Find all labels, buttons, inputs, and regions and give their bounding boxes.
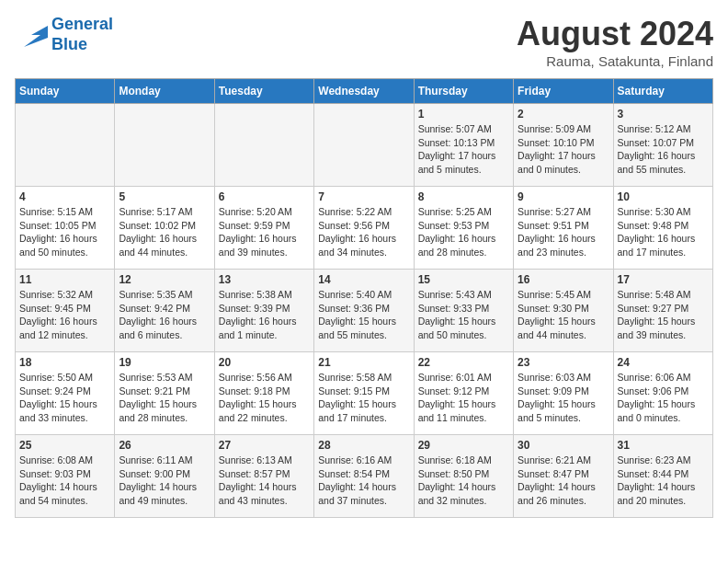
calendar-day-cell: 28Sunrise: 6:16 AMSunset: 8:54 PMDayligh… [314, 435, 414, 518]
day-info: Sunrise: 5:25 AMSunset: 9:53 PMDaylight:… [418, 205, 509, 259]
calendar-day-cell: 5Sunrise: 5:17 AMSunset: 10:02 PMDayligh… [115, 187, 214, 270]
day-info: Sunrise: 6:16 AMSunset: 8:54 PMDaylight:… [318, 454, 409, 508]
day-info: Sunrise: 5:43 AMSunset: 9:33 PMDaylight:… [418, 288, 509, 342]
day-info: Sunrise: 5:58 AMSunset: 9:15 PMDaylight:… [318, 371, 409, 425]
calendar-day-cell [16, 104, 115, 187]
calendar-week-row: 11Sunrise: 5:32 AMSunset: 9:45 PMDayligh… [16, 270, 713, 352]
calendar-week-row: 25Sunrise: 6:08 AMSunset: 9:03 PMDayligh… [16, 435, 713, 518]
calendar-header-row: SundayMondayTuesdayWednesdayThursdayFrid… [16, 79, 713, 104]
calendar-day-cell: 4Sunrise: 5:15 AMSunset: 10:05 PMDayligh… [16, 187, 115, 270]
day-number: 21 [318, 356, 409, 369]
day-number: 1 [418, 108, 509, 121]
calendar-day-cell: 16Sunrise: 5:45 AMSunset: 9:30 PMDayligh… [514, 270, 613, 352]
svg-marker-0 [24, 26, 48, 47]
logo-text: General Blue [51, 15, 113, 54]
calendar-day-cell: 27Sunrise: 6:13 AMSunset: 8:57 PMDayligh… [214, 435, 313, 518]
day-number: 5 [119, 190, 210, 203]
day-number: 17 [618, 273, 709, 286]
calendar-day-cell: 12Sunrise: 5:35 AMSunset: 9:42 PMDayligh… [115, 270, 214, 352]
logo-line1: General [51, 15, 113, 33]
calendar-day-cell: 2Sunrise: 5:09 AMSunset: 10:10 PMDayligh… [514, 104, 613, 187]
calendar-day-cell: 20Sunrise: 5:56 AMSunset: 9:18 PMDayligh… [214, 352, 313, 435]
day-number: 25 [19, 439, 110, 452]
day-number: 30 [518, 439, 609, 452]
calendar-day-cell: 22Sunrise: 6:01 AMSunset: 9:12 PMDayligh… [414, 352, 513, 435]
calendar-day-cell: 31Sunrise: 6:23 AMSunset: 8:44 PMDayligh… [613, 435, 712, 518]
calendar-day-cell: 10Sunrise: 5:30 AMSunset: 9:48 PMDayligh… [613, 187, 712, 270]
calendar-day-cell: 26Sunrise: 6:11 AMSunset: 9:00 PMDayligh… [115, 435, 214, 518]
day-number: 14 [318, 273, 409, 286]
day-info: Sunrise: 5:32 AMSunset: 9:45 PMDaylight:… [19, 288, 110, 342]
calendar-day-cell: 21Sunrise: 5:58 AMSunset: 9:15 PMDayligh… [314, 352, 414, 435]
day-of-week-header: Monday [115, 79, 214, 104]
day-info: Sunrise: 6:11 AMSunset: 9:00 PMDaylight:… [119, 454, 210, 508]
day-info: Sunrise: 5:12 AMSunset: 10:07 PMDaylight… [618, 122, 709, 177]
location: Rauma, Satakunta, Finland [517, 53, 713, 69]
calendar-day-cell: 7Sunrise: 5:22 AMSunset: 9:56 PMDaylight… [314, 187, 414, 270]
calendar-day-cell [115, 104, 214, 187]
day-number: 3 [618, 108, 709, 121]
day-of-week-header: Sunday [16, 79, 115, 104]
day-number: 15 [418, 273, 509, 286]
calendar-day-cell: 30Sunrise: 6:21 AMSunset: 8:47 PMDayligh… [514, 435, 613, 518]
title-block: August 2024 Rauma, Satakunta, Finland [517, 15, 713, 69]
day-info: Sunrise: 5:17 AMSunset: 10:02 PMDaylight… [119, 205, 210, 259]
day-info: Sunrise: 5:45 AMSunset: 9:30 PMDaylight:… [518, 288, 609, 342]
month-year: August 2024 [517, 15, 713, 53]
logo: General Blue [15, 15, 113, 54]
day-info: Sunrise: 5:50 AMSunset: 9:24 PMDaylight:… [19, 371, 110, 425]
calendar-week-row: 4Sunrise: 5:15 AMSunset: 10:05 PMDayligh… [16, 187, 713, 270]
logo-icon [15, 21, 48, 49]
day-info: Sunrise: 6:13 AMSunset: 8:57 PMDaylight:… [219, 454, 310, 508]
calendar-day-cell: 29Sunrise: 6:18 AMSunset: 8:50 PMDayligh… [414, 435, 513, 518]
day-of-week-header: Thursday [414, 79, 513, 104]
calendar-day-cell: 14Sunrise: 5:40 AMSunset: 9:36 PMDayligh… [314, 270, 414, 352]
calendar-day-cell: 23Sunrise: 6:03 AMSunset: 9:09 PMDayligh… [514, 352, 613, 435]
day-info: Sunrise: 6:18 AMSunset: 8:50 PMDaylight:… [418, 454, 509, 508]
day-info: Sunrise: 5:07 AMSunset: 10:13 PMDaylight… [418, 122, 509, 177]
day-info: Sunrise: 5:27 AMSunset: 9:51 PMDaylight:… [518, 205, 609, 259]
day-info: Sunrise: 5:48 AMSunset: 9:27 PMDaylight:… [618, 288, 709, 342]
day-number: 27 [219, 439, 310, 452]
calendar-day-cell: 24Sunrise: 6:06 AMSunset: 9:06 PMDayligh… [613, 352, 712, 435]
day-info: Sunrise: 6:06 AMSunset: 9:06 PMDaylight:… [618, 371, 709, 425]
calendar-day-cell: 9Sunrise: 5:27 AMSunset: 9:51 PMDaylight… [514, 187, 613, 270]
day-number: 24 [618, 356, 709, 369]
day-info: Sunrise: 5:22 AMSunset: 9:56 PMDaylight:… [318, 205, 409, 259]
calendar-day-cell [214, 104, 313, 187]
calendar-day-cell: 17Sunrise: 5:48 AMSunset: 9:27 PMDayligh… [613, 270, 712, 352]
calendar-week-row: 18Sunrise: 5:50 AMSunset: 9:24 PMDayligh… [16, 352, 713, 435]
calendar-day-cell: 19Sunrise: 5:53 AMSunset: 9:21 PMDayligh… [115, 352, 214, 435]
day-number: 6 [219, 190, 310, 203]
day-number: 13 [219, 273, 310, 286]
calendar-day-cell: 25Sunrise: 6:08 AMSunset: 9:03 PMDayligh… [16, 435, 115, 518]
day-number: 28 [318, 439, 409, 452]
day-info: Sunrise: 6:03 AMSunset: 9:09 PMDaylight:… [518, 371, 609, 425]
day-info: Sunrise: 5:35 AMSunset: 9:42 PMDaylight:… [119, 288, 210, 342]
day-info: Sunrise: 5:30 AMSunset: 9:48 PMDaylight:… [618, 205, 709, 259]
day-number: 10 [618, 190, 709, 203]
day-number: 20 [219, 356, 310, 369]
day-number: 7 [318, 190, 409, 203]
calendar-day-cell: 13Sunrise: 5:38 AMSunset: 9:39 PMDayligh… [214, 270, 313, 352]
day-info: Sunrise: 5:09 AMSunset: 10:10 PMDaylight… [518, 122, 609, 177]
calendar-day-cell: 18Sunrise: 5:50 AMSunset: 9:24 PMDayligh… [16, 352, 115, 435]
day-number: 12 [119, 273, 210, 286]
day-info: Sunrise: 5:38 AMSunset: 9:39 PMDaylight:… [219, 288, 310, 342]
day-info: Sunrise: 5:56 AMSunset: 9:18 PMDaylight:… [219, 371, 310, 425]
day-number: 4 [19, 190, 110, 203]
day-info: Sunrise: 5:40 AMSunset: 9:36 PMDaylight:… [318, 288, 409, 342]
calendar-day-cell: 1Sunrise: 5:07 AMSunset: 10:13 PMDayligh… [414, 104, 513, 187]
day-number: 29 [418, 439, 509, 452]
calendar-day-cell: 11Sunrise: 5:32 AMSunset: 9:45 PMDayligh… [16, 270, 115, 352]
day-number: 31 [618, 439, 709, 452]
day-of-week-header: Wednesday [314, 79, 414, 104]
day-of-week-header: Friday [514, 79, 613, 104]
day-number: 18 [19, 356, 110, 369]
day-info: Sunrise: 6:01 AMSunset: 9:12 PMDaylight:… [418, 371, 509, 425]
day-number: 8 [418, 190, 509, 203]
day-info: Sunrise: 5:53 AMSunset: 9:21 PMDaylight:… [119, 371, 210, 425]
page-header: General Blue August 2024 Rauma, Satakunt… [15, 15, 713, 69]
day-info: Sunrise: 5:20 AMSunset: 9:59 PMDaylight:… [219, 205, 310, 259]
day-of-week-header: Saturday [613, 79, 712, 104]
